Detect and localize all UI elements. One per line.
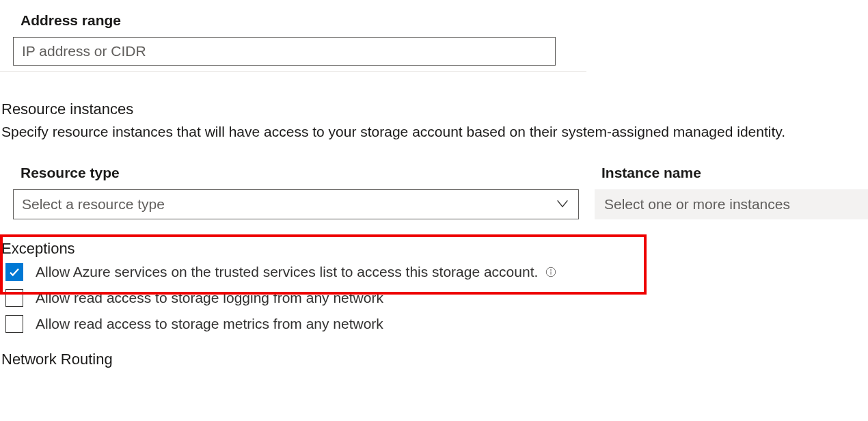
address-range-input[interactable] [13, 37, 556, 66]
exception-label-text: Allow read access to storage logging fro… [36, 290, 383, 306]
exception-label: Allow Azure services on the trusted serv… [36, 264, 557, 280]
exception-option-metrics[interactable]: Allow read access to storage metrics fro… [1, 315, 868, 333]
checkbox-unchecked[interactable] [5, 315, 23, 333]
resource-instances-description: Specify resource instances that will hav… [0, 124, 868, 140]
resource-type-label: Resource type [0, 165, 581, 181]
info-icon[interactable] [545, 266, 557, 278]
checkbox-checked[interactable] [5, 263, 23, 281]
exception-label: Allow read access to storage logging fro… [36, 290, 383, 306]
exceptions-heading: Exceptions [1, 240, 868, 258]
resource-type-placeholder: Select a resource type [22, 196, 165, 213]
exception-option-trusted-services[interactable]: Allow Azure services on the trusted serv… [1, 263, 868, 281]
resource-instances-heading: Resource instances [0, 100, 868, 118]
instance-name-placeholder: Select one or more instances [604, 196, 790, 213]
exception-label-text: Allow read access to storage metrics fro… [36, 316, 383, 332]
instance-name-label: Instance name [595, 165, 868, 181]
divider [0, 71, 586, 72]
chevron-down-icon [555, 195, 570, 214]
resource-type-select[interactable]: Select a resource type [13, 189, 579, 219]
address-range-label: Address range [0, 12, 868, 34]
exception-option-logging[interactable]: Allow read access to storage logging fro… [1, 289, 868, 307]
exception-label: Allow read access to storage metrics fro… [36, 316, 383, 332]
network-routing-heading: Network Routing [0, 351, 868, 368]
exception-label-text: Allow Azure services on the trusted serv… [36, 264, 538, 280]
checkbox-unchecked[interactable] [5, 289, 23, 307]
instance-name-select: Select one or more instances [595, 189, 868, 219]
svg-point-1 [551, 270, 552, 271]
